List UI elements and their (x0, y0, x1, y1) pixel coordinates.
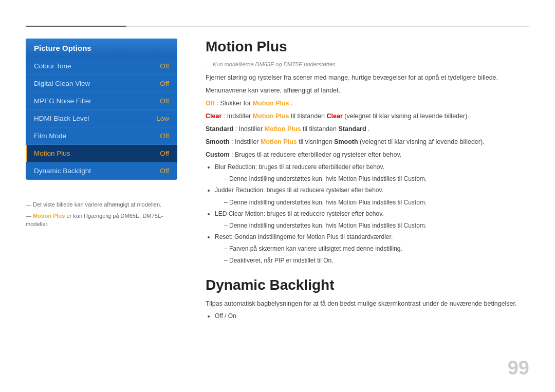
motion-plus-desc1: Fjerner sløring og rystelser fra scener … (206, 72, 529, 83)
option-custom: Custom : Bruges til at reducere efterbil… (206, 150, 529, 160)
motion-plus-ref-2: Motion Plus (253, 113, 289, 120)
sub-bullet-reset-2: Deaktiveret, når PIP er indstillet til O… (224, 256, 529, 266)
sidebar-item-label: HDMI Black Level (34, 115, 89, 122)
option-smooth: Smooth : Indstiller Motion Plus til visn… (206, 137, 529, 147)
sidebar-item-value: Off (160, 80, 169, 87)
sidebar-item-film-mode[interactable]: Film Mode Off (26, 127, 177, 145)
option-off: Off : Slukker for Motion Plus . (206, 98, 529, 108)
sidebar: Picture Options Colour Tone Off Digital … (26, 39, 177, 180)
bullet-list: Blur Reduction: bruges til at reducere e… (215, 162, 529, 266)
sidebar-item-value: Low (156, 115, 169, 122)
sidebar-item-label: Colour Tone (34, 62, 71, 70)
option-clear-text: : Indstiller (224, 113, 253, 120)
option-off-key: Off (206, 100, 215, 107)
sub-bullet-blur-1: Denne indstilling understøttes kun, hvis… (224, 174, 529, 184)
sub-bullet-reset-1: Farven på skærmen kan variere utilsigtet… (224, 244, 529, 254)
sidebar-item-value: Off (160, 132, 169, 140)
option-standard-value: Standard (338, 125, 366, 133)
sidebar-notes: Det viste billede kan variere afhængigt … (26, 200, 177, 231)
motion-plus-ref-3: Motion Plus (265, 125, 301, 133)
sidebar-note-2: Motion Plus er kun tilgængelig på DM65E,… (26, 212, 177, 229)
page-number: 99 (508, 357, 529, 379)
sidebar-item-digital-clean-view[interactable]: Digital Clean View Off (26, 75, 177, 92)
sidebar-item-value: Off (160, 150, 169, 157)
sub-bullet-judder-1: Denne indstilling understøttes kun, hvis… (224, 198, 529, 208)
bullet-reset: Reset: Gendan indstillingerne for Motion… (215, 232, 529, 242)
option-off-text: : Slukker for (217, 100, 253, 107)
sidebar-item-colour-tone[interactable]: Colour Tone Off (26, 58, 177, 75)
sidebar-note-1: Det viste billede kan variere afhængigt … (26, 200, 177, 209)
dynamic-backlight-bullet-list: Off / On (215, 311, 529, 321)
dynamic-backlight-desc: Tilpas automatisk bagbelysningen for at … (206, 298, 529, 309)
sub-bullet-led-1: Denne indstilling understøttes kun, hvis… (224, 221, 529, 231)
sidebar-item-mpeg-noise-filter[interactable]: MPEG Noise Filter Off (26, 92, 177, 110)
sidebar-item-label: Film Mode (34, 132, 66, 140)
bullet-judder-reduction: Judder Reduction: bruges til at reducere… (215, 185, 529, 195)
sidebar-item-label: MPEG Noise Filter (34, 97, 91, 105)
sidebar-item-label: Dynamic Backlight (34, 167, 91, 175)
option-custom-key: Custom (206, 151, 230, 158)
sidebar-item-motion-plus[interactable]: Motion Plus Off (26, 145, 177, 162)
option-smooth-value: Smooth (334, 138, 358, 145)
motion-plus-highlight: Motion Plus (33, 213, 65, 219)
sidebar-item-label: Digital Clean View (34, 80, 90, 87)
sidebar-item-value: Off (160, 62, 169, 70)
motion-plus-subtitle: Kun modellierne DM65E og DM75E understøt… (206, 61, 529, 67)
sidebar-title: Picture Options (26, 39, 177, 58)
sidebar-item-value: Off (160, 97, 169, 105)
sidebar-item-hdmi-black-level[interactable]: HDMI Black Level Low (26, 110, 177, 127)
motion-plus-ref-1: Motion Plus (253, 100, 289, 107)
dynamic-backlight-title: Dynamic Backlight (206, 277, 529, 293)
motion-plus-ref-4: Motion Plus (261, 138, 297, 145)
sidebar-item-label: Motion Plus (34, 150, 70, 157)
option-smooth-key: Smooth (206, 138, 230, 145)
sidebar-item-value: Off (160, 167, 169, 175)
motion-plus-title: Motion Plus (206, 39, 529, 55)
top-line (26, 26, 529, 27)
option-standard: Standard : Indstiller Motion Plus til ti… (206, 124, 529, 134)
option-clear-value: Clear (327, 113, 343, 120)
main-content: Motion Plus Kun modellierne DM65E og DM7… (206, 39, 529, 366)
sidebar-item-dynamic-backlight[interactable]: Dynamic Backlight Off (26, 162, 177, 180)
bullet-led-clear-motion: LED Clear Motion: bruges til at reducere… (215, 209, 529, 219)
option-clear-key: Clear (206, 113, 221, 120)
option-clear: Clear : Indstiller Motion Plus til tilst… (206, 111, 529, 121)
option-standard-key: Standard (206, 125, 233, 133)
dynamic-backlight-option: Off / On (215, 311, 529, 321)
motion-plus-desc2: Menunavnene kan variere, afhængigt af la… (206, 85, 529, 96)
bullet-blur-reduction: Blur Reduction: bruges til at reducere e… (215, 162, 529, 172)
